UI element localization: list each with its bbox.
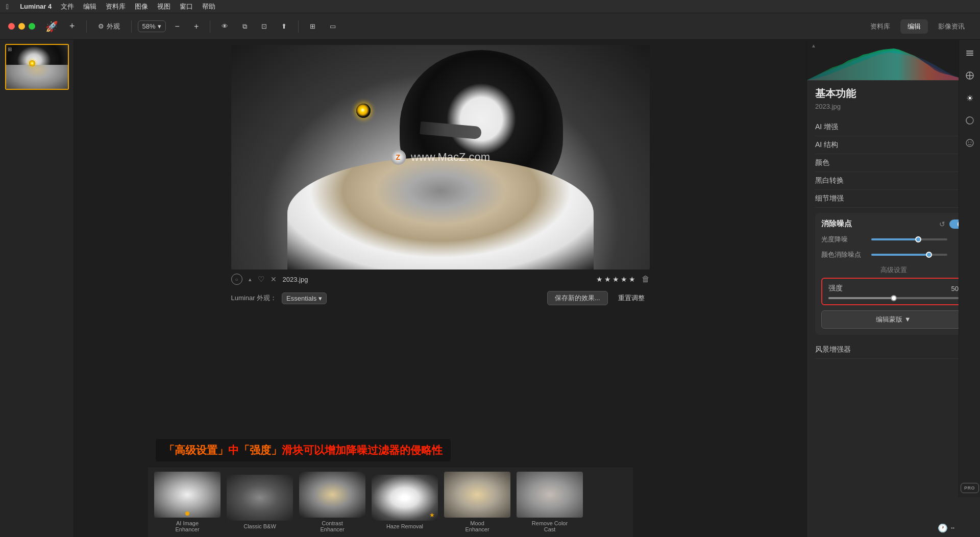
menu-window[interactable]: 窗口 [180, 2, 193, 11]
luminance-track[interactable] [871, 238, 947, 240]
panel-item-bw[interactable]: 黑白转换 [815, 172, 972, 190]
tab-info[interactable]: 影像资讯 [931, 19, 972, 34]
edit-mask-button[interactable]: 编辑蒙版 ▼ [821, 310, 966, 329]
menu-library[interactable]: 资料库 [106, 2, 126, 11]
bottom-bar: ○ ▴ ♡ ✕ 2023.jpg ★ ★ ★ ★ ★ 🗑 [231, 270, 650, 289]
single-button[interactable]: ▭ [325, 18, 341, 35]
presets-strip: AI ImageEnhancer Classic B&W ContrastEnh… [148, 467, 633, 537]
save-preset-button[interactable]: 保存新的效果... [547, 291, 608, 305]
rating-stars[interactable]: ★ ★ ★ ★ ★ [596, 275, 635, 283]
intensity-thumb[interactable] [891, 295, 897, 301]
preset-thumb-contrast [299, 472, 365, 518]
delete-button[interactable]: 🗑 [642, 275, 650, 284]
thumb-filter-icon: ⊞ [8, 46, 12, 52]
preset-ai-image-enhancer[interactable]: AI ImageEnhancer [154, 472, 220, 532]
grid-button[interactable]: ⊞ [305, 18, 321, 35]
undo-button[interactable]: ↺ [939, 220, 945, 228]
file-name-label: 2023.jpg [283, 276, 308, 283]
preset-mood-enhancer[interactable]: MoodEnhancer [444, 472, 510, 532]
star-4[interactable]: ★ [621, 275, 627, 283]
face-icon-button[interactable] [961, 134, 979, 152]
star-5[interactable]: ★ [629, 275, 635, 283]
preview-button[interactable]: 👁 [216, 18, 233, 35]
dots-icon: •• [951, 525, 954, 531]
layers-icon-button[interactable] [961, 44, 979, 62]
advanced-settings-label[interactable]: 高级设置 [821, 265, 966, 275]
tab-edit[interactable]: 编辑 [900, 19, 928, 34]
intensity-track[interactable] [828, 297, 959, 299]
menu-image[interactable]: 图像 [135, 2, 148, 11]
panel-file-name: 2023.jpg [815, 103, 972, 110]
menu-edit[interactable]: 编辑 [83, 2, 96, 11]
noise-title: 消除噪点 [821, 219, 852, 229]
palette-icon-button[interactable] [961, 111, 979, 130]
panel-item-landscape[interactable]: 风景增强器 [815, 341, 972, 359]
luminance-thumb[interactable] [915, 236, 921, 242]
color-noise-fill [871, 254, 929, 256]
histogram-chart [807, 44, 959, 80]
panel-item-color[interactable]: 颜色 [815, 154, 972, 172]
close-button[interactable] [8, 23, 15, 30]
preset-contrast-enhancer[interactable]: ContrastEnhancer [299, 472, 365, 532]
panel-item-ai-structure[interactable]: AI 结构 [815, 136, 972, 154]
luminance-fill [871, 238, 918, 240]
noise-reduction-section: 消除噪点 ↺ 光度降噪 62 [815, 213, 972, 335]
panel-section-title: 基本功能 [815, 87, 972, 101]
color-noise-thumb[interactable] [926, 252, 932, 258]
main-image[interactable]: Z www.MacZ.com [231, 45, 650, 270]
sun-icon-button[interactable]: ☀ [961, 89, 979, 107]
annotation-box: 「高级设置」中「强度」滑块可以增加降噪过滤器的侵略性 [156, 439, 451, 461]
appearance-icon: ⚙ [98, 22, 104, 30]
luminance-label: 光度降噪 [821, 235, 867, 244]
preset-thumb-color [517, 472, 583, 518]
preset-label: Luminar 外观： [231, 294, 277, 303]
star-2[interactable]: ★ [604, 275, 611, 283]
tab-library[interactable]: 资料库 [863, 19, 897, 34]
panel-item-ai-enhance[interactable]: AI 增强 [815, 118, 972, 136]
thumb-image [6, 45, 68, 89]
preset-thumb-haze: ★ [372, 475, 438, 521]
adjust-icon-button[interactable] [961, 66, 979, 85]
menu-view[interactable]: 视图 [157, 2, 170, 11]
minimize-button[interactable] [18, 23, 25, 30]
zoom-control[interactable]: 58% ▾ [138, 20, 166, 32]
hist-arrow-left: ▲ [811, 43, 816, 48]
preset-remove-color-cast[interactable]: Remove ColorCast [517, 472, 583, 532]
zoom-in-button[interactable]: + [189, 18, 204, 35]
tab-group: 资料库 编辑 影像资讯 [863, 19, 972, 34]
chevron-down-icon: ▾ [318, 295, 322, 302]
compare-button[interactable]: ⧉ [237, 18, 252, 35]
menu-file[interactable]: 文件 [61, 2, 74, 11]
maximize-button[interactable] [29, 23, 35, 30]
clock-icon[interactable]: 🕐 [938, 523, 948, 533]
filmstrip-thumb-1[interactable]: ⊞ [5, 44, 69, 90]
star-1[interactable]: ★ [596, 275, 603, 283]
menu-help[interactable]: 帮助 [202, 2, 215, 11]
heart-button[interactable]: ♡ [258, 275, 264, 284]
pro-badge-button[interactable]: PRO [961, 483, 979, 493]
panel-item-detail[interactable]: 细节增强 [815, 190, 972, 208]
circle-select-button[interactable]: ○ [231, 274, 242, 285]
preset-select[interactable]: Essentials ▾ [282, 292, 327, 304]
reset-adjustments-button[interactable]: 重置调整 [613, 291, 650, 305]
preset-name-ai: AI ImageEnhancer [175, 520, 199, 532]
zoom-out-button[interactable]: − [170, 18, 185, 35]
intensity-slider-row [828, 297, 959, 299]
crop-button[interactable]: ⊡ [256, 18, 272, 35]
preset-haze-removal[interactable]: ★ Haze Removal [372, 475, 438, 529]
app-name: Luminar 4 [20, 3, 52, 10]
bird-eye [356, 104, 371, 118]
watermark: Z www.MacZ.com [390, 150, 490, 165]
add-button[interactable]: + [64, 18, 80, 35]
apple-logo-icon[interactable]:  [6, 3, 9, 11]
svg-point-8 [968, 142, 969, 143]
separator-4 [298, 20, 299, 33]
appearance-button[interactable]: ⚙ 外观 [93, 18, 125, 35]
reject-button[interactable]: ✕ [271, 275, 277, 283]
color-noise-track[interactable] [871, 254, 947, 256]
noise-header: 消除噪点 ↺ [821, 219, 966, 229]
share-button[interactable]: ⬆ [276, 18, 292, 35]
annotation-text: 「高级设置」中「强度」滑块可以增加降噪过滤器的侵略性 [164, 444, 443, 456]
preset-classic-bw[interactable]: Classic B&W [227, 475, 293, 529]
star-3[interactable]: ★ [612, 275, 619, 283]
